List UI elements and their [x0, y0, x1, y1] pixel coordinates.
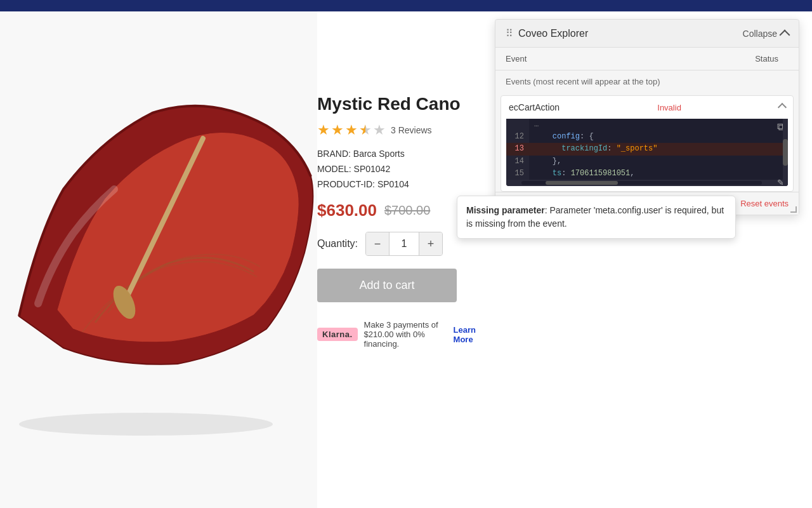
panel-resize-handle[interactable] — [790, 206, 799, 215]
rating-row: ★ ★ ★ ★ ★ 3 Reviews — [317, 122, 476, 138]
original-price: $700.00 — [384, 203, 430, 218]
event-expand-button[interactable] — [779, 103, 785, 112]
code-line-14: 14 }, — [506, 156, 788, 168]
quantity-decrease-button[interactable]: − — [366, 232, 389, 255]
chevron-up-small-icon — [778, 102, 787, 111]
chevron-up-icon — [780, 29, 790, 40]
klarna-row: Klarna. Make 3 payments of $210.00 with … — [317, 320, 476, 349]
price-row: $630.00 $700.00 — [317, 201, 476, 220]
event-row-header: ecCartAction Invalid — [501, 96, 793, 119]
klarna-learn-more-link[interactable]: Learn More — [454, 325, 476, 344]
quantity-controls: − + — [365, 232, 443, 256]
reviews-link[interactable]: 3 Reviews — [391, 125, 432, 135]
add-to-cart-button[interactable]: Add to cart — [317, 269, 457, 302]
quantity-increase-button[interactable]: + — [419, 232, 442, 255]
product-title: Mystic Red Cano — [317, 94, 476, 114]
event-status-badge: Invalid — [657, 103, 681, 112]
scrollbar-track — [521, 181, 762, 185]
product-id-meta: PRODUCT-ID: SP0104 — [317, 179, 476, 189]
event-code-area: ⧉ … 12 config: { 13 trackingId: "_sports… — [506, 119, 788, 186]
coveo-header-left: ⠿ Coveo Explorer — [506, 27, 588, 39]
top-nav-bar — [0, 0, 812, 11]
events-subtitle: Events (most recent will appear at the t… — [495, 70, 799, 90]
missing-parameter-tooltip: Missing parameter: Parameter 'meta.confi… — [457, 196, 736, 239]
sale-price: $630.00 — [317, 201, 377, 220]
klarna-badge: Klarna. — [317, 328, 358, 341]
event-name: ecCartAction — [509, 102, 560, 112]
code-block: … 12 config: { 13 trackingId: "_sports" … — [506, 119, 788, 180]
svg-point-1 — [19, 413, 273, 436]
model-meta: MODEL: SP01042 — [317, 164, 476, 174]
reset-events-link[interactable]: Reset events — [740, 199, 789, 208]
quantity-label: Quantity: — [317, 238, 358, 250]
event-column-header: Event — [506, 54, 642, 64]
star-rating: ★ ★ ★ ★ ★ — [317, 122, 386, 138]
code-line-13: 13 trackingId: "_sports" — [506, 143, 788, 155]
code-vertical-scrollbar[interactable] — [783, 119, 788, 186]
code-line-ellipsis: … — [506, 119, 788, 131]
event-row: ecCartAction Invalid ⧉ … 12 config: { — [501, 95, 794, 192]
code-horizontal-scrollbar[interactable]: ✎ — [506, 180, 788, 186]
star-3: ★ — [345, 122, 358, 138]
star-5: ★ — [373, 122, 386, 138]
vertical-scrollbar-thumb — [783, 139, 788, 166]
product-details: Mystic Red Cano ★ ★ ★ ★ ★ 3 Reviews BRAN… — [317, 94, 476, 349]
code-line-15: 15 ts: 1706115981051, — [506, 168, 788, 180]
brand-meta: BRAND: Barca Sports — [317, 149, 476, 159]
star-2: ★ — [331, 122, 344, 138]
klarna-text: Make 3 payments of $210.00 with 0% finan… — [364, 320, 447, 349]
quantity-input[interactable] — [389, 232, 419, 255]
events-table-header: Event Status — [495, 48, 799, 70]
coveo-panel-title: Coveo Explorer — [518, 28, 588, 39]
product-image — [0, 11, 317, 508]
scrollbar-thumb — [546, 181, 618, 185]
code-line-12: 12 config: { — [506, 131, 788, 143]
tooltip-bold-text: Missing parameter — [466, 205, 545, 215]
star-4: ★ — [359, 122, 372, 138]
collapse-button[interactable]: Collapse — [743, 29, 789, 39]
coveo-explorer-panel: ⠿ Coveo Explorer Collapse Event Status E… — [495, 19, 799, 215]
status-column-header: Status — [642, 54, 789, 64]
star-1: ★ — [317, 122, 330, 138]
drag-handle-icon[interactable]: ⠿ — [506, 27, 513, 39]
coveo-panel-header: ⠿ Coveo Explorer Collapse — [495, 20, 799, 48]
quantity-row: Quantity: − + — [317, 232, 476, 256]
